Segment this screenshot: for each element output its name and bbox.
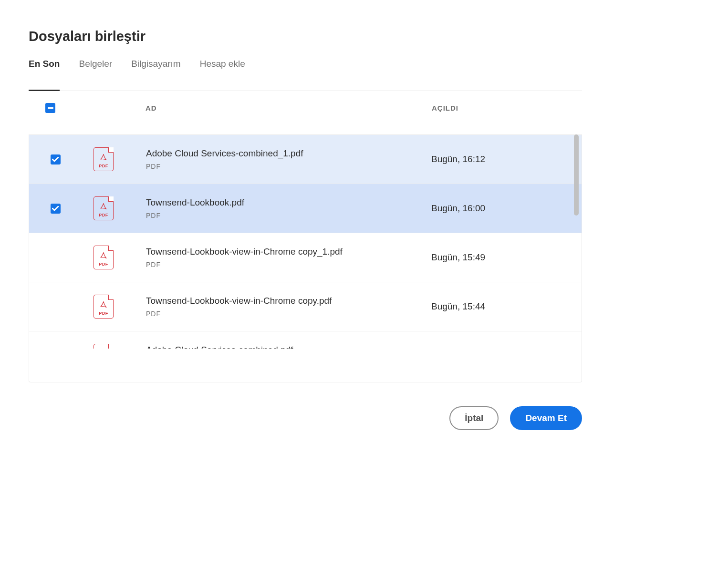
table-header: AD AÇILDI [29, 91, 582, 125]
pdf-file-icon: PDF [94, 246, 114, 269]
file-name: Townsend-Lookbook-view-in-Chrome copy_1.… [146, 247, 431, 257]
file-type: PDF [146, 212, 431, 219]
file-list: PDFAdobe Cloud Services-combined_1.pdfPD… [29, 134, 582, 349]
file-type: PDF [146, 163, 431, 170]
select-all-checkbox[interactable] [45, 103, 55, 113]
file-opened: Bugün, 15:49 [431, 252, 570, 263]
dialog-footer: İptal Devam Et [29, 406, 582, 430]
file-row[interactable]: PDFAdobe Cloud Services-combined_1.pdfPD… [29, 134, 582, 184]
file-name: Townsend-Lookbook-view-in-Chrome copy.pd… [146, 296, 431, 306]
file-row[interactable]: PDFTownsend-Lookbook-view-in-Chrome copy… [29, 282, 582, 331]
file-table: PDFAdobe Cloud Services-combined_1.pdfPD… [29, 134, 582, 382]
file-row[interactable]: PDFTownsend-Lookbook-view-in-Chrome copy… [29, 233, 582, 282]
continue-button[interactable]: Devam Et [510, 406, 582, 430]
pdf-file-icon: PDF [94, 147, 114, 171]
pdf-file-icon: PDF [94, 196, 114, 220]
tab-3[interactable]: Hesap ekle [200, 59, 245, 91]
row-checkbox[interactable] [51, 204, 61, 214]
svg-rect-0 [48, 107, 53, 109]
tab-1[interactable]: Belgeler [79, 59, 112, 91]
row-checkbox[interactable] [51, 154, 61, 165]
pdf-file-icon: PDF [94, 344, 114, 349]
file-name: Adobe Cloud Services-combined_1.pdf [146, 148, 431, 159]
file-opened: Bugün, 15:44 [431, 301, 570, 312]
pdf-file-icon: PDF [94, 295, 114, 319]
file-row[interactable]: PDFAdobe Cloud Services-combined.pdfPDFB… [29, 331, 582, 349]
scrollbar[interactable] [574, 134, 579, 216]
source-tabs: En SonBelgelerBilgisayarımHesap ekle [29, 59, 582, 91]
page-title: Dosyaları birleştir [29, 29, 582, 44]
column-header-opened[interactable]: AÇILDI [432, 104, 570, 112]
tab-2[interactable]: Bilgisayarım [131, 59, 180, 91]
file-row[interactable]: PDFTownsend-Lookbook.pdfPDFBugün, 16:00 [29, 184, 582, 233]
file-type: PDF [146, 310, 431, 318]
file-type: PDF [146, 261, 431, 268]
file-opened: Bugün, 16:12 [431, 154, 570, 165]
file-name: Adobe Cloud Services-combined.pdf [146, 345, 431, 349]
tab-0[interactable]: En Son [29, 59, 60, 91]
cancel-button[interactable]: İptal [449, 406, 499, 430]
column-header-name[interactable]: AD [146, 104, 432, 112]
file-name: Townsend-Lookbook.pdf [146, 197, 431, 208]
file-opened: Bugün, 16:00 [431, 203, 570, 214]
